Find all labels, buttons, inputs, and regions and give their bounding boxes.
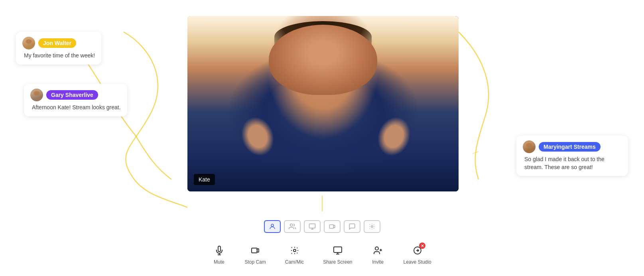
stop-cam-label: Stop Cam — [244, 259, 266, 265]
bubble-message-mary: So glad I made it back out to the stream… — [523, 156, 622, 171]
icon-pill-person[interactable] — [264, 220, 281, 233]
icon-pill-4[interactable] — [324, 220, 341, 233]
video-container: Kate — [187, 16, 459, 191]
invite-icon — [372, 244, 384, 257]
share-screen-button[interactable]: Share Screen — [323, 244, 352, 265]
mute-button[interactable]: Mute — [213, 244, 225, 265]
bubble-name-mary: Maryingart Streams — [539, 142, 601, 152]
icon-pill-6[interactable] — [364, 220, 380, 233]
svg-point-6 — [293, 249, 295, 252]
svg-rect-7 — [334, 247, 342, 252]
avatar-gary — [30, 89, 43, 101]
icon-pill-5[interactable] — [344, 220, 360, 233]
bubble-name-jon: Jon Walter — [38, 38, 76, 48]
chat-bubble-mary: Maryingart Streams So glad I made it bac… — [516, 136, 628, 176]
svg-point-1 — [290, 224, 292, 226]
bubble-header-gary: Gary Shaverlive — [30, 89, 121, 101]
person-hair — [274, 21, 372, 53]
share-screen-icon — [331, 244, 344, 257]
cam-mic-icon — [288, 244, 301, 257]
invite-label: Invite — [372, 259, 384, 265]
chat-bubble-gary: Gary Shaverlive Afternoon Kate! Stream l… — [24, 84, 127, 116]
leave-studio-button[interactable]: ✕ Leave Studio — [404, 244, 431, 265]
participant-name-badge: Kate — [194, 174, 215, 185]
bubble-header-mary: Maryingart Streams — [523, 140, 622, 153]
share-screen-label: Share Screen — [323, 259, 352, 265]
invite-button[interactable]: Invite — [372, 244, 384, 265]
cam-mic-label: Cam/Mic — [285, 259, 304, 265]
leave-studio-icon: ✕ — [411, 244, 424, 257]
leave-red-indicator: ✕ — [419, 242, 425, 249]
svg-point-3 — [371, 226, 373, 228]
main-toolbar: Mute Stop Cam Cam/Mic Share Screen — [213, 244, 431, 265]
stop-cam-button[interactable]: Stop Cam — [244, 244, 266, 265]
svg-point-8 — [375, 247, 378, 250]
bubble-name-gary: Gary Shaverlive — [46, 90, 98, 100]
svg-rect-2 — [309, 224, 315, 228]
mute-label: Mute — [214, 259, 225, 265]
leave-studio-label: Leave Studio — [404, 259, 431, 265]
video-feed — [187, 16, 459, 191]
cam-mic-button[interactable]: Cam/Mic — [285, 244, 304, 265]
bubble-message-jon: My favorite time of the week! — [22, 52, 95, 60]
bubble-header-jon: Jon Walter — [22, 37, 95, 49]
bubble-message-gary: Afternoon Kate! Stream looks great. — [30, 104, 121, 112]
stop-cam-icon — [249, 244, 262, 257]
icon-row — [264, 220, 380, 233]
svg-point-0 — [271, 224, 274, 227]
mute-icon — [213, 244, 225, 257]
avatar-jon — [22, 37, 35, 49]
icon-pill-2[interactable] — [284, 220, 301, 233]
avatar-mary — [523, 140, 536, 153]
chat-bubble-jon: Jon Walter My favorite time of the week! — [16, 32, 101, 65]
icon-pill-3[interactable] — [304, 220, 321, 233]
